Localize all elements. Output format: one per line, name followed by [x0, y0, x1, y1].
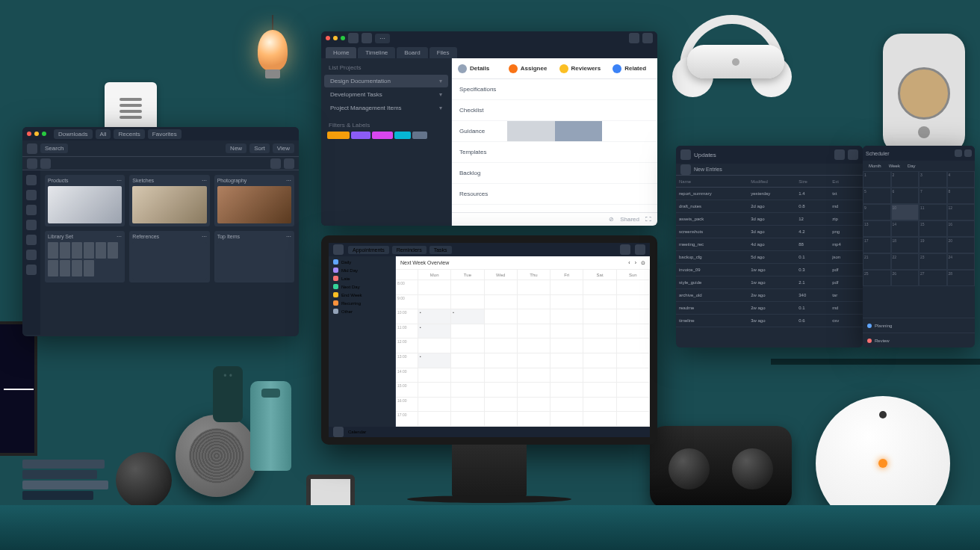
column-header[interactable]: Reviewers: [553, 58, 607, 78]
calendar-cell[interactable]: [485, 309, 518, 324]
column-header[interactable]: Related: [607, 58, 657, 78]
label-chip[interactable]: [351, 132, 370, 139]
minimize-icon[interactable]: [34, 132, 39, 136]
table-row[interactable]: Resources: [452, 184, 657, 205]
header[interactable]: Scheduler: [863, 146, 975, 161]
day-cell[interactable]: 17: [863, 237, 891, 253]
calendar-cell[interactable]: [518, 412, 551, 427]
calendar-cell[interactable]: [551, 309, 583, 324]
calendar-cell[interactable]: [418, 339, 451, 353]
close-icon[interactable]: [27, 132, 31, 136]
calendar-cell[interactable]: [583, 368, 616, 383]
day-cell[interactable]: 19: [919, 237, 947, 253]
event-item[interactable]: Planning: [863, 318, 975, 333]
tab[interactable]: Timeline: [358, 47, 395, 58]
table-row[interactable]: timeline3w ago0.6csv: [676, 315, 863, 327]
calendar-cell[interactable]: [617, 324, 650, 339]
maximize-icon[interactable]: [42, 132, 46, 136]
calendar-cell[interactable]: [551, 280, 583, 295]
data-window[interactable]: Updates New Entries NameModifiedSizeExt …: [676, 146, 863, 347]
calendar-cell[interactable]: ▪: [451, 309, 484, 324]
table-row[interactable]: Backlog: [452, 163, 657, 184]
home-icon[interactable]: [27, 143, 37, 154]
scheduler-window[interactable]: Scheduler MonthWeekDay 12345678910111213…: [863, 146, 975, 347]
calendar-cell[interactable]: [485, 353, 518, 368]
rail-icon[interactable]: [26, 175, 37, 185]
calendar-cell[interactable]: [518, 309, 551, 324]
table-row[interactable]: invoice_091w ago0.3pdf: [676, 264, 863, 276]
calendar-cell[interactable]: [485, 280, 518, 295]
calendar-cell[interactable]: [551, 383, 583, 398]
day-cell[interactable]: 2: [891, 171, 919, 188]
table-row[interactable]: meeting_rec4d ago88mp4: [676, 238, 863, 251]
column-header[interactable]: Assignee: [503, 58, 553, 78]
calendar-cell[interactable]: [451, 295, 484, 310]
view-tab[interactable]: Month: [866, 163, 884, 169]
folder-icon[interactable]: [680, 164, 691, 175]
bell-icon[interactable]: [620, 244, 630, 255]
calendar-cell[interactable]: [617, 353, 650, 368]
calendar-cell[interactable]: [451, 383, 484, 398]
calendar-cell[interactable]: [418, 383, 451, 398]
gallery-window[interactable]: DownloadsAllRecentsFavorites Search NewS…: [22, 127, 299, 336]
tab[interactable]: Favorites: [148, 129, 182, 139]
day-cell[interactable]: 27: [919, 270, 947, 286]
day-cell[interactable]: 13: [863, 220, 891, 237]
minimize-icon[interactable]: [333, 36, 338, 40]
calendar-cell[interactable]: [583, 353, 616, 368]
settings-icon[interactable]: [642, 33, 653, 43]
calendar-source[interactable]: Mid Day: [330, 266, 394, 274]
calendar-cell[interactable]: [617, 412, 650, 427]
calendar-cell[interactable]: ▪: [418, 309, 451, 324]
day-cell[interactable]: 9: [863, 204, 891, 220]
calendar-cell[interactable]: [485, 295, 518, 310]
calendar-cell[interactable]: [551, 412, 583, 427]
calendar-cell[interactable]: [485, 412, 518, 427]
day-cell[interactable]: 11: [919, 204, 947, 220]
more-icon[interactable]: [284, 158, 294, 169]
tab[interactable]: Appointments: [348, 246, 389, 254]
calendar-cell[interactable]: [617, 295, 650, 310]
calendar-cell[interactable]: [418, 368, 451, 383]
menu-icon[interactable]: [333, 244, 344, 255]
day-cell[interactable]: 26: [891, 270, 919, 286]
day-cell[interactable]: 3: [919, 171, 947, 188]
week-grid[interactable]: 8:009:0010:00▪▪11:00▪12:0013:00▪14:0015:…: [396, 280, 650, 427]
prev-icon[interactable]: ‹: [628, 260, 630, 265]
column-header[interactable]: Name: [676, 176, 748, 187]
calendar-cell[interactable]: [583, 339, 616, 353]
calendar-cell[interactable]: [551, 353, 583, 368]
view-tab[interactable]: Day: [905, 163, 919, 169]
table-row[interactable]: style_guide1w ago2.1pdf: [676, 276, 863, 289]
day-cell[interactable]: 16: [947, 220, 976, 237]
refresh-icon[interactable]: [834, 149, 845, 160]
table-row[interactable]: report_summaryyesterday1.4txt: [676, 188, 863, 200]
day-cell[interactable]: 23: [919, 253, 947, 270]
sidebar-item[interactable]: Project Management Items▾: [324, 102, 448, 114]
calendar-window[interactable]: AppointmentsRemindersTasks DailyMid DayL…: [329, 243, 650, 437]
tool-button[interactable]: View: [273, 143, 294, 153]
calendar-cell[interactable]: [583, 324, 616, 339]
calendar-cell[interactable]: [485, 324, 518, 339]
gallery-card[interactable]: Sketches⋯: [129, 175, 209, 226]
tool-button[interactable]: Sort: [249, 143, 270, 153]
day-cell[interactable]: 12: [947, 204, 976, 220]
calendar-cell[interactable]: [418, 295, 451, 310]
calendar-cell[interactable]: [518, 368, 551, 383]
day-cell[interactable]: 22: [891, 253, 919, 270]
day-cell[interactable]: 6: [891, 188, 919, 204]
calendar-cell[interactable]: [418, 280, 451, 295]
more-icon[interactable]: [964, 149, 972, 157]
calendar-cell[interactable]: [617, 280, 650, 295]
day-cell[interactable]: 18: [891, 237, 919, 253]
calendar-cell[interactable]: [518, 398, 551, 412]
gallery-card[interactable]: Photography⋯: [214, 175, 294, 226]
gallery-card[interactable]: Products⋯: [45, 175, 125, 226]
calendar-source[interactable]: Daily: [330, 258, 394, 266]
day-cell[interactable]: 7: [919, 188, 947, 204]
rail-icon[interactable]: [26, 265, 37, 275]
day-cell[interactable]: 10: [891, 204, 919, 220]
calendar-cell[interactable]: [551, 398, 583, 412]
calendar-cell[interactable]: [518, 324, 551, 339]
day-cell[interactable]: 21: [863, 253, 891, 270]
